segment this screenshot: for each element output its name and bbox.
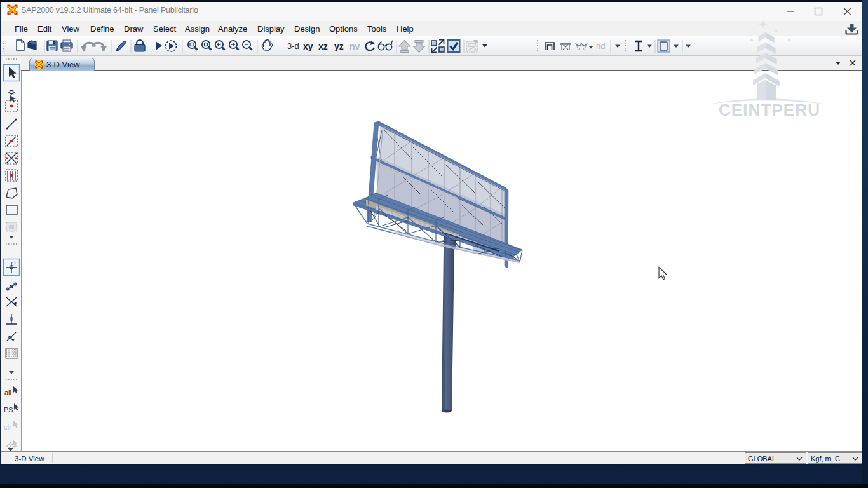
- svg-text:clr: clr: [4, 423, 11, 431]
- svg-text:xz: xz: [318, 41, 328, 51]
- svg-text:nd: nd: [596, 41, 605, 51]
- svg-text:PS: PS: [4, 406, 13, 414]
- svg-text:yz: yz: [334, 41, 344, 51]
- svg-text:xy: xy: [303, 41, 313, 51]
- svg-text:nv: nv: [349, 41, 360, 51]
- svg-text:all: all: [4, 389, 11, 396]
- svg-text:3-d: 3-d: [287, 41, 299, 51]
